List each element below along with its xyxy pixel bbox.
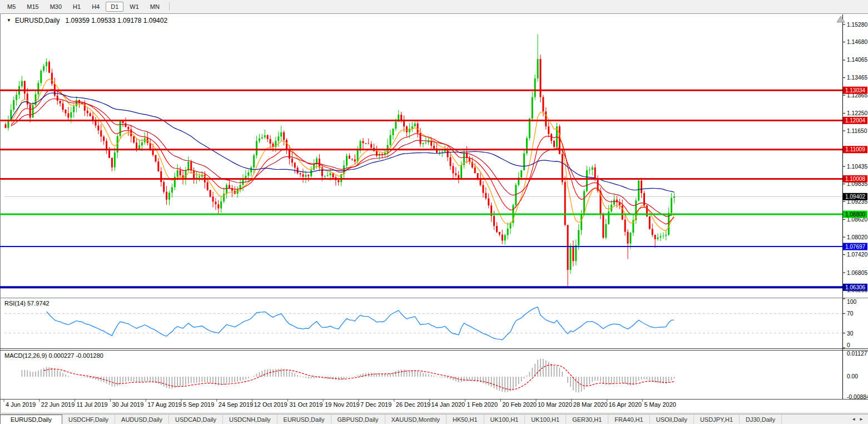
- timeframe-button-d1[interactable]: D1: [106, 2, 123, 12]
- candle-body: [502, 235, 503, 241]
- tab-eurusd-daily[interactable]: EURUSD,Daily: [277, 415, 331, 424]
- timeframe-button-w1[interactable]: W1: [125, 2, 144, 12]
- date-label: 28 Mar 2020: [573, 401, 608, 408]
- timeframe-button-m15[interactable]: M15: [22, 2, 43, 12]
- candle-body: [629, 233, 631, 244]
- candle-body: [537, 59, 539, 78]
- candle-body: [562, 154, 563, 182]
- candle-body: [286, 140, 287, 150]
- candle-body: [43, 66, 44, 71]
- timeframe-button-m30[interactable]: M30: [45, 2, 67, 12]
- candle-body: [108, 150, 110, 157]
- candle-body: [442, 152, 443, 152]
- candle-body: [474, 167, 476, 173]
- date-label: 16 Apr 2020: [609, 401, 642, 408]
- candle-body: [605, 224, 607, 238]
- candle-body: [305, 175, 306, 176]
- candle-body: [256, 141, 257, 155]
- timeframe-button-h4[interactable]: H4: [87, 2, 105, 12]
- candle-body: [327, 175, 329, 176]
- candle-body: [542, 97, 544, 112]
- candle-body: [51, 73, 53, 84]
- candle-body: [324, 176, 326, 176]
- tab-eurusd-daily[interactable]: EURUSD,Daily: [0, 415, 62, 424]
- candle-body: [414, 124, 416, 126]
- price-tick-label: 1.11650: [847, 128, 867, 134]
- tabs-scroll-right-icon[interactable]: ►: [859, 417, 864, 422]
- rsi-indicator-label: RSI(14) 57.9742: [4, 300, 49, 307]
- candle-body: [313, 164, 315, 170]
- chart-symbol: EURUSD,Daily: [15, 17, 60, 24]
- candle-body: [529, 119, 530, 138]
- candle-body: [586, 170, 588, 191]
- timeframe-button-m5[interactable]: M5: [2, 2, 21, 12]
- candle-body: [261, 137, 263, 139]
- rsi-axis-label: 100: [847, 299, 856, 305]
- rsi-axis-label: 70: [847, 310, 854, 317]
- candle-body: [250, 167, 252, 172]
- candle-body: [455, 173, 457, 175]
- candle-body: [187, 161, 189, 170]
- tab-audusd-daily[interactable]: AUDUSD,Daily: [115, 415, 169, 424]
- candle-body: [338, 180, 339, 183]
- candle-body: [120, 121, 121, 136]
- chart-canvas[interactable]: 1.152801.146801.140651.134651.128651.122…: [0, 13, 868, 414]
- tab-hk50-h1[interactable]: HK50,H1: [447, 415, 484, 424]
- candle-body: [665, 235, 667, 236]
- candle-body: [507, 229, 509, 235]
- tab-usdcad-daily[interactable]: USDCAD,Daily: [169, 415, 223, 424]
- candle-body: [575, 245, 577, 261]
- tab-usdcnh-daily[interactable]: USDCNH,Daily: [223, 415, 277, 424]
- candle-body: [430, 141, 432, 145]
- candle-body: [267, 135, 269, 139]
- tab-ger30-h1[interactable]: GER30,H1: [566, 415, 608, 424]
- tab-dj30-daily[interactable]: DJ30,Daily: [740, 415, 782, 424]
- tab-usdchf-daily[interactable]: USDCHF,Daily: [62, 415, 115, 424]
- candle-body: [70, 112, 72, 118]
- date-label: 17 Aug 2019: [147, 401, 182, 408]
- dropdown-arrow-icon: ▼: [7, 18, 11, 23]
- tab-xauusd-monthly[interactable]: XAUUSD,Monthly: [385, 415, 447, 424]
- candle-body: [193, 171, 195, 179]
- macd-indicator-label: MACD(12,26,9) 0.000227 -0.001280: [4, 352, 103, 359]
- tab-gbpusd-daily[interactable]: GBPUSD,Daily: [331, 415, 385, 424]
- candle-body: [226, 185, 227, 194]
- current-price-tag-label: 1.09402: [845, 194, 866, 200]
- chart-window[interactable]: 1.152801.146801.140651.134651.128651.122…: [0, 13, 868, 414]
- tabs-scroll-left-icon[interactable]: ◄: [851, 417, 856, 422]
- tab-usdjpy-h1[interactable]: USDJPY,H1: [694, 415, 740, 424]
- candle-body: [592, 167, 593, 170]
- timeframe-button-mn[interactable]: MN: [145, 2, 165, 12]
- candle-body: [212, 196, 214, 201]
- candle-body: [550, 134, 552, 141]
- tab-fra40-h1[interactable]: FRA40,H1: [608, 415, 649, 424]
- date-axis[interactable]: 4 Jun 201922 Jun 201911 Jul 201930 Jul 2…: [4, 400, 676, 408]
- tab-uk100-h1[interactable]: UK100,H1: [484, 415, 525, 424]
- tab-uk100-h1[interactable]: UK100,H1: [525, 415, 566, 424]
- timeframe-button-h1[interactable]: H1: [68, 2, 86, 12]
- candle-body: [264, 135, 266, 137]
- candle-body: [589, 170, 591, 170]
- candle-body: [583, 191, 585, 214]
- rsi-value: 57.9742: [27, 300, 49, 307]
- candle-body: [163, 182, 165, 192]
- date-label: 31 Oct 2019: [289, 401, 323, 408]
- candle-body: [13, 100, 14, 110]
- candle-body: [569, 246, 571, 270]
- candle-body: [277, 136, 279, 141]
- candle-body: [332, 173, 334, 177]
- candle-body: [111, 158, 113, 167]
- candle-body: [499, 232, 500, 235]
- chart-ohlc-values: 1.09359 1.09533 1.09178 1.09402: [66, 17, 168, 24]
- tab-usoil-daily[interactable]: USOil,Daily: [650, 415, 694, 424]
- candle-body: [215, 201, 216, 204]
- candle-body: [16, 95, 17, 100]
- candle-body: [362, 141, 364, 143]
- macd-values: 0.000227 -0.001280: [48, 352, 103, 359]
- candle-body: [523, 154, 525, 170]
- candle-body: [90, 114, 91, 116]
- chart-tabs-bar: EURUSD,DailyUSDCHF,DailyAUDUSD,DailyUSDC…: [0, 414, 868, 424]
- candle-body: [638, 181, 639, 201]
- candle-body: [504, 235, 506, 241]
- chart-title: ▼EURUSD,Daily1.09359 1.09533 1.09178 1.0…: [7, 17, 167, 24]
